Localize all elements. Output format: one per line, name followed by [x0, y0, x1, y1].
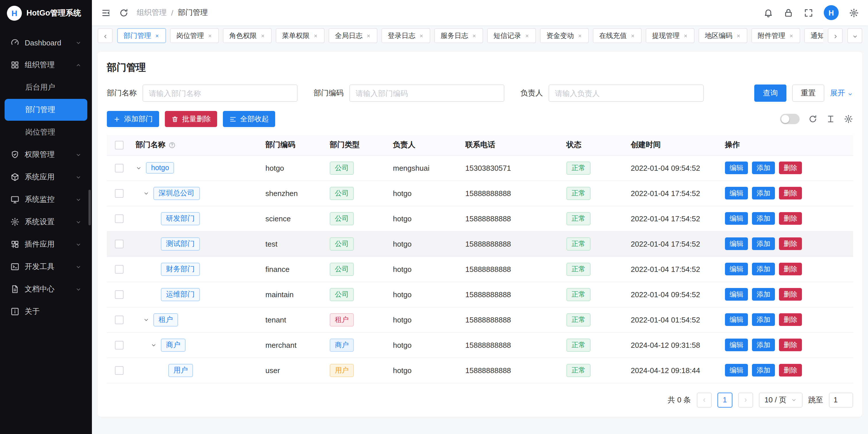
jump-page-input[interactable] — [829, 392, 853, 407]
close-icon[interactable] — [366, 33, 371, 38]
sidebar-item-5[interactable]: 系统设置 — [5, 211, 87, 233]
reset-button[interactable]: 重置 — [792, 85, 824, 102]
tabs-scroll-right-button[interactable] — [828, 28, 843, 43]
add-button[interactable]: 添加 — [752, 187, 775, 200]
close-icon[interactable] — [472, 33, 477, 38]
tab-5[interactable]: 登录日志 — [381, 28, 430, 43]
close-icon[interactable] — [789, 33, 794, 38]
sidebar-subitem-1-2[interactable]: 岗位管理 — [5, 121, 87, 143]
tab-8[interactable]: 资金变动 — [540, 28, 589, 43]
add-button[interactable]: 添加 — [752, 364, 775, 377]
edit-button[interactable]: 编辑 — [725, 162, 748, 174]
user-avatar[interactable]: H — [824, 5, 839, 20]
delete-button[interactable]: 删除 — [779, 162, 802, 174]
department-name-tag[interactable]: 商户 — [161, 338, 186, 351]
department-name-tag[interactable]: 深圳总公司 — [153, 186, 199, 200]
close-icon[interactable] — [736, 33, 741, 38]
department-name-input[interactable] — [143, 85, 298, 102]
tab-11[interactable]: 地区编码 — [699, 28, 747, 43]
batch-delete-button[interactable]: 批量删除 — [165, 111, 217, 127]
leader-input[interactable] — [549, 85, 704, 102]
delete-button[interactable]: 删除 — [779, 263, 802, 276]
edit-button[interactable]: 编辑 — [725, 339, 748, 351]
delete-button[interactable]: 删除 — [779, 187, 802, 200]
delete-button[interactable]: 删除 — [779, 364, 802, 377]
query-button[interactable]: 查询 — [754, 85, 786, 102]
collapse-all-button[interactable]: 全部收起 — [223, 111, 275, 127]
close-icon[interactable] — [577, 33, 583, 38]
row-checkbox[interactable] — [115, 164, 123, 172]
row-expand-toggle[interactable] — [143, 190, 153, 197]
tabs-dropdown-button[interactable] — [847, 28, 862, 43]
row-expand-toggle[interactable] — [143, 316, 153, 323]
close-icon[interactable] — [155, 33, 160, 38]
tab-3[interactable]: 菜单权限 — [276, 28, 324, 43]
edit-button[interactable]: 编辑 — [725, 263, 748, 276]
row-checkbox[interactable] — [115, 366, 123, 375]
sidebar-item-7[interactable]: 开发工具 — [5, 256, 87, 278]
breadcrumb-parent[interactable]: 组织管理 — [137, 7, 166, 18]
close-icon[interactable] — [419, 33, 424, 38]
tab-1[interactable]: 岗位管理 — [170, 28, 219, 43]
expand-toggle[interactable]: 展开 — [830, 88, 853, 98]
edit-button[interactable]: 编辑 — [725, 212, 748, 225]
prev-page-button[interactable] — [696, 392, 711, 407]
add-department-button[interactable]: 添加部门 — [107, 111, 159, 127]
table-striped-toggle[interactable] — [780, 114, 800, 124]
row-checkbox[interactable] — [115, 316, 123, 324]
row-checkbox[interactable] — [115, 265, 123, 273]
delete-button[interactable]: 删除 — [779, 237, 802, 250]
department-name-tag[interactable]: 财务部门 — [161, 262, 200, 276]
page-1-button[interactable]: 1 — [717, 392, 732, 407]
add-button[interactable]: 添加 — [752, 288, 775, 301]
tab-0[interactable]: 部门管理 — [117, 28, 166, 43]
close-icon[interactable] — [313, 33, 318, 38]
sidebar-item-4[interactable]: 系统监控 — [5, 189, 87, 210]
tab-2[interactable]: 角色权限 — [223, 28, 272, 43]
tabs-scroll-left-button[interactable] — [98, 28, 113, 43]
app-logo[interactable]: H HotGo管理系统 — [0, 0, 92, 26]
row-checkbox[interactable] — [115, 240, 123, 248]
sidebar-scrollbar[interactable] — [89, 190, 91, 225]
add-button[interactable]: 添加 — [752, 263, 775, 276]
edit-button[interactable]: 编辑 — [725, 313, 748, 326]
tab-13[interactable]: 通知公告 — [804, 28, 823, 43]
department-name-tag[interactable]: 租户 — [153, 313, 178, 326]
delete-button[interactable]: 删除 — [779, 288, 802, 301]
department-name-tag[interactable]: hotgo — [146, 162, 174, 174]
sidebar-item-2[interactable]: 权限管理 — [5, 144, 87, 166]
row-checkbox[interactable] — [115, 189, 123, 198]
settings-gear-icon[interactable] — [849, 8, 859, 18]
row-checkbox[interactable] — [115, 341, 123, 349]
delete-button[interactable]: 删除 — [779, 339, 802, 351]
row-expand-toggle[interactable] — [135, 165, 146, 171]
row-checkbox[interactable] — [115, 290, 123, 299]
sidebar-subitem-1-0[interactable]: 后台用户 — [5, 77, 87, 98]
page-size-select[interactable]: 10 / 页 — [758, 392, 803, 407]
delete-button[interactable]: 删除 — [779, 313, 802, 326]
sidebar-subitem-1-1[interactable]: 部门管理 — [5, 99, 87, 121]
tab-7[interactable]: 短信记录 — [487, 28, 536, 43]
add-button[interactable]: 添加 — [752, 162, 775, 174]
add-button[interactable]: 添加 — [752, 237, 775, 250]
close-icon[interactable] — [207, 33, 213, 38]
department-name-tag[interactable]: 测试部门 — [161, 237, 200, 250]
sidebar-item-6[interactable]: 插件应用 — [5, 233, 87, 255]
row-checkbox[interactable] — [115, 214, 123, 223]
close-icon[interactable] — [525, 33, 530, 38]
sidebar-item-1[interactable]: 组织管理 — [5, 54, 87, 76]
edit-button[interactable]: 编辑 — [725, 237, 748, 250]
sidebar-item-8[interactable]: 文档中心 — [5, 278, 87, 300]
help-icon[interactable] — [168, 141, 176, 149]
sidebar-item-9[interactable]: 关于 — [5, 301, 87, 322]
notifications-bell-icon[interactable] — [764, 8, 773, 18]
table-refresh-icon[interactable] — [808, 114, 817, 123]
add-button[interactable]: 添加 — [752, 313, 775, 326]
table-settings-icon[interactable] — [844, 114, 853, 123]
edit-button[interactable]: 编辑 — [725, 364, 748, 377]
department-name-tag[interactable]: 运维部门 — [161, 288, 200, 301]
tab-12[interactable]: 附件管理 — [751, 28, 800, 43]
add-button[interactable]: 添加 — [752, 212, 775, 225]
lock-screen-icon[interactable] — [783, 8, 793, 18]
close-icon[interactable] — [260, 33, 266, 38]
